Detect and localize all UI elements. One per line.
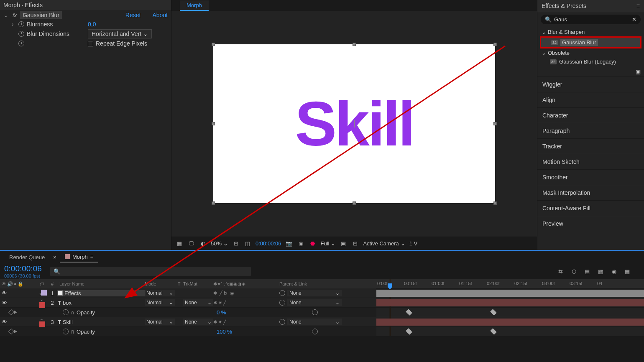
col-switches[interactable]: ✱✷⋱fx▣◉◑◈ [213, 281, 279, 287]
mode-dropdown[interactable]: Normal⌄ [145, 290, 175, 296]
layer-bar[interactable] [376, 319, 644, 326]
close-tab-icon[interactable]: × [53, 254, 56, 260]
effects-search-box[interactable]: 🔍 ✕ [541, 15, 641, 24]
draft3d-icon[interactable]: ⬡ [570, 267, 578, 275]
track-row[interactable] [376, 288, 644, 298]
pickwhip-icon[interactable] [279, 300, 285, 306]
visibility-toggle[interactable]: 👁 [2, 290, 8, 296]
panel-paragraph[interactable]: Paragraph [537, 123, 644, 138]
resolution-dropdown[interactable]: Full ⌄ [320, 240, 335, 247]
next-keyframe-icon[interactable] [14, 330, 17, 333]
layer-name[interactable]: Effects [64, 290, 81, 296]
eye-column-icon[interactable]: 👁 [2, 281, 6, 287]
pickwhip-icon[interactable] [312, 329, 318, 334]
comp-flowchart-icon[interactable]: ⇆ [556, 267, 565, 275]
opacity-value[interactable]: 100 % [217, 329, 232, 335]
prev-keyframe-icon[interactable] [8, 329, 14, 334]
layer-color-swatch[interactable] [39, 321, 45, 327]
switch-icon[interactable]: ╱ [223, 319, 226, 325]
selection-handle[interactable] [212, 201, 215, 205]
parent-dropdown[interactable]: None⌄ [287, 319, 342, 325]
graph-icon[interactable]: ⩃ [71, 309, 74, 316]
channel-icon[interactable]: ◉ [297, 240, 304, 247]
selection-handle[interactable] [493, 43, 497, 46]
tree-group-blur-sharpen[interactable]: ⌄Blur & Sharpen [537, 28, 644, 36]
layer-bar[interactable] [376, 290, 644, 297]
layer-name[interactable]: Skill [63, 319, 73, 325]
current-time[interactable]: 0:00:00:06 [256, 240, 281, 247]
keyframe-icon[interactable] [491, 329, 496, 334]
tab-comp-morph[interactable]: Morph≡ [60, 252, 98, 263]
panel-character[interactable]: Character [537, 107, 644, 123]
prev-keyframe-icon[interactable] [8, 309, 14, 315]
clear-search-icon[interactable]: ✕ [632, 16, 636, 23]
stopwatch-icon[interactable] [63, 309, 69, 315]
opacity-value[interactable]: 0 % [217, 309, 226, 316]
layer-property-opacity[interactable]: ⩃Opacity 100 % [0, 327, 376, 337]
tree-item-gaussian-legacy[interactable]: 32Gaussian Blur (Legacy) [537, 57, 644, 66]
next-keyframe-icon[interactable] [14, 311, 17, 314]
snapshot-icon[interactable]: 📷 [285, 240, 293, 247]
panel-tracker[interactable]: Tracker [537, 138, 644, 154]
visibility-toggle[interactable]: 👁 [2, 300, 8, 306]
col-layer-name[interactable]: Layer Name [57, 281, 145, 286]
selection-handle[interactable] [353, 201, 356, 205]
effects-presets-header[interactable]: Effects & Presets ≡ [537, 0, 644, 12]
selection-handle[interactable] [493, 201, 497, 205]
panel-menu-icon[interactable]: ≡ [636, 3, 640, 9]
reset-link[interactable]: Reset [125, 12, 141, 18]
pickwhip-icon[interactable] [279, 290, 285, 296]
graph-icon[interactable]: ⩃ [71, 329, 74, 335]
switch-icon[interactable]: ╱ [220, 291, 222, 296]
switch-icon[interactable]: ✱ [213, 300, 217, 306]
prop-dimensions-dropdown[interactable]: Horizontal and Vert⌄ [88, 29, 152, 38]
selection-handle[interactable] [353, 43, 356, 46]
frame-blend-icon[interactable]: ▨ [596, 267, 605, 275]
panel-mask-interpolation[interactable]: Mask Interpolation [537, 185, 644, 200]
monitor-icon[interactable]: 🖵 [187, 240, 195, 247]
mask-icon[interactable]: ◐ [199, 240, 207, 247]
parent-dropdown[interactable]: None⌄ [287, 299, 342, 306]
panel-wiggler[interactable]: Wiggler [537, 76, 644, 92]
col-number[interactable]: # [48, 281, 57, 286]
shy-icon[interactable]: ▤ [583, 267, 591, 275]
tree-group-obsolete[interactable]: ⌄Obsolete [537, 48, 644, 57]
prop-blurriness-value[interactable]: 0,0 [88, 21, 96, 28]
repeat-edge-checkbox[interactable] [88, 41, 93, 46]
transparency-grid-icon[interactable]: ▣ [340, 240, 347, 247]
label-column-icon[interactable]: 🏷 [39, 281, 44, 286]
track-row[interactable] [376, 317, 644, 327]
layer-color-swatch[interactable] [39, 302, 45, 308]
pickwhip-icon[interactable] [279, 319, 285, 325]
layer-name[interactable]: box [63, 300, 72, 306]
graph-editor-icon[interactable]: ▦ [623, 267, 631, 275]
panel-align[interactable]: Align [537, 92, 644, 107]
keyframe-icon[interactable] [406, 310, 412, 315]
fx-icon[interactable]: fx [13, 12, 17, 18]
switch-icon[interactable]: ◉ [230, 291, 234, 296]
composition-viewer[interactable]: Skill [171, 11, 537, 237]
camera-dropdown[interactable]: Active Camera ⌄ [363, 240, 405, 247]
layer-row-effects[interactable]: 👁 › 1 Effects Normal⌄ ✱╱fx◉ None⌄ [0, 288, 376, 298]
new-bin-icon[interactable]: ▣ [636, 69, 641, 75]
col-trkmat[interactable]: TrkMat [183, 281, 213, 286]
layer-property-opacity[interactable]: ⩃Opacity 0 % [0, 308, 376, 317]
timecode-display[interactable]: 0:00:00:06 [4, 264, 42, 273]
layer-row-skill[interactable]: 👁 ⌄ 3 TSkill Normal⌄ None⌄ ✱✷╱ None⌄ [0, 317, 376, 327]
mode-dropdown[interactable]: Normal⌄ [145, 319, 175, 325]
fx-switch[interactable]: fx [224, 291, 227, 296]
composition-canvas[interactable]: Skill [213, 44, 495, 203]
selection-handle[interactable] [212, 43, 215, 46]
zoom-dropdown[interactable]: 50% ⌄ [211, 240, 228, 247]
ruler-marks[interactable]: 0:00f 00:15f 01:00f 01:15f 02:00f 02:15f… [376, 279, 644, 288]
about-link[interactable]: About [152, 12, 168, 18]
panel-content-aware-fill[interactable]: Content-Aware Fill [537, 200, 644, 216]
track-row[interactable] [376, 327, 644, 337]
tab-menu-icon[interactable]: ≡ [90, 254, 94, 260]
layer-row-box[interactable]: 👁 ⌄ 2 Tbox Normal⌄ None⌄ ✱✷╱ None⌄ [0, 298, 376, 308]
effects-search-input[interactable] [554, 16, 629, 23]
pickwhip-icon[interactable] [312, 309, 318, 315]
panel-smoother[interactable]: Smoother [537, 169, 644, 185]
mode-dropdown[interactable]: Normal⌄ [145, 299, 175, 306]
stopwatch-icon[interactable] [18, 21, 24, 27]
